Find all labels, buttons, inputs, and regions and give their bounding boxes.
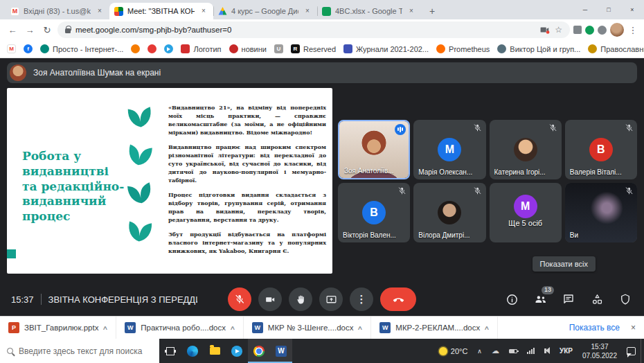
participant-tile-zoya[interactable]: Зоя Анатоліїв... xyxy=(338,120,410,179)
forward-icon[interactable]: → xyxy=(23,25,37,35)
taskbar-clock[interactable]: 15:37 07.05.2022 xyxy=(578,339,622,363)
presentation-tile[interactable]: Робота у видавництві та редакційно-видав… xyxy=(7,88,332,274)
bookmark-zhurnaly[interactable]: Журнали 2021-202... xyxy=(343,44,429,53)
tab-drive[interactable]: 4 курс – Google Диск × xyxy=(213,3,317,19)
meeting-details-button[interactable] xyxy=(504,292,519,307)
bookmark-telegram-icon[interactable] xyxy=(164,44,173,53)
chat-button[interactable] xyxy=(561,292,576,307)
bookmark-reserved[interactable]: RReserved xyxy=(291,44,336,53)
download-item[interactable]: W МКР № 3-Шенге....docx ∧ xyxy=(244,317,371,339)
weather-widget[interactable]: 20°C xyxy=(434,339,473,363)
refresh-icon[interactable]: ↻ xyxy=(40,25,54,35)
tab-close-icon[interactable]: × xyxy=(406,6,416,16)
url-text[interactable]: meet.google.com/smg-phjb-byb?authuser=0 xyxy=(75,26,535,34)
profile-avatar[interactable] xyxy=(610,23,624,37)
file-explorer-button[interactable] xyxy=(204,339,226,363)
bookmark-facebook-icon[interactable]: f xyxy=(24,44,33,53)
task-view-icon xyxy=(166,347,175,355)
end-call-button[interactable] xyxy=(380,287,416,311)
present-screen-button[interactable] xyxy=(319,287,343,311)
screen: M Вхідні (83) - t.us@kubg.edu.ua × Meet:… xyxy=(0,0,644,363)
network-icon[interactable] xyxy=(522,339,539,363)
clock-date: 07.05.2022 xyxy=(582,351,617,360)
bookmark-pravoslavnye[interactable]: Православные зна... xyxy=(588,44,644,53)
tab-close-icon[interactable]: × xyxy=(95,6,105,16)
search-input[interactable] xyxy=(19,346,152,356)
participant-tile-maria[interactable]: M Марія Олексан... xyxy=(413,120,485,179)
edge-taskbar-button[interactable] xyxy=(181,339,204,363)
onedrive-cloud-icon[interactable]: ☁ xyxy=(487,339,504,363)
tab-meet[interactable]: Meet: "ЗВІТНА КОНФЕРЕНЦІ × xyxy=(109,3,213,19)
bookmark-logotip[interactable]: Логотип xyxy=(181,44,221,53)
browser-menu-icon[interactable]: ⋮ xyxy=(627,25,638,35)
download-menu-caret-icon[interactable]: ∧ xyxy=(230,325,236,331)
language-indicator[interactable]: УКР xyxy=(555,339,578,363)
extension-icon[interactable] xyxy=(598,26,607,35)
tab-sheets[interactable]: 4BC.xlsx - Google Таблиці × xyxy=(317,3,421,19)
participant-tile-valeriia[interactable]: B Валерія Віталі... xyxy=(565,120,637,179)
participant-tile-you[interactable]: Ви xyxy=(565,183,637,242)
hidden-icons-chevron[interactable]: ∧ xyxy=(472,339,487,363)
download-item[interactable]: W МКР-2-РЕКЛАМ....docx ∧ xyxy=(371,317,498,339)
download-menu-caret-icon[interactable]: ∧ xyxy=(357,325,364,331)
download-item[interactable]: W Практична робо....docx ∧ xyxy=(116,317,244,339)
participant-tile-viktoriia[interactable]: B Вікторія Вален... xyxy=(338,183,410,242)
minimize-button[interactable]: ─ xyxy=(573,0,597,19)
download-menu-caret-icon[interactable]: ∧ xyxy=(484,325,490,331)
system-tray: 20°C ∧ ☁ УКР 15:37 07.05.2022 xyxy=(434,339,644,363)
word-taskbar-button[interactable]: W xyxy=(270,339,292,363)
host-controls-button[interactable] xyxy=(618,292,633,307)
bookmark-gmail-icon[interactable]: M xyxy=(7,44,16,53)
show-everyone-tooltip: Показати всіх xyxy=(533,256,596,272)
action-center-button[interactable] xyxy=(622,339,641,363)
extensions-puzzle-icon[interactable] xyxy=(573,26,582,34)
tab-close-icon[interactable]: × xyxy=(199,6,208,16)
address-bar[interactable]: meet.google.com/smg-phjb-byb?authuser=0 … xyxy=(57,21,570,38)
lock-icon[interactable] xyxy=(65,28,71,33)
edge-icon xyxy=(187,346,198,357)
bookmark-ukrnet-icon[interactable]: U xyxy=(274,44,283,53)
back-icon[interactable]: ← xyxy=(6,25,19,35)
task-view-button[interactable] xyxy=(159,339,181,363)
camera-button[interactable] xyxy=(258,287,282,311)
site-icon xyxy=(588,44,597,53)
mic-off-icon xyxy=(623,186,634,197)
site-icon xyxy=(181,44,190,53)
download-menu-caret-icon[interactable]: ∧ xyxy=(102,325,109,331)
participants-grid: Зоя Анатоліїв... M Марія Олексан... Кате… xyxy=(338,120,637,242)
more-options-button[interactable]: ⋮ xyxy=(350,287,373,311)
raise-hand-button[interactable] xyxy=(289,287,312,311)
bookmark-prosto[interactable]: Просто - Інтернет-... xyxy=(40,44,123,53)
bookmark-prometheus[interactable]: Prometheus xyxy=(436,44,490,53)
maximize-button[interactable]: □ xyxy=(597,0,620,19)
chrome-taskbar-button[interactable] xyxy=(248,339,270,363)
bookmark-orange-icon[interactable] xyxy=(131,44,140,53)
taskbar-search[interactable] xyxy=(0,339,159,363)
mic-mute-button[interactable] xyxy=(228,287,251,311)
powerpoint-file-icon: P xyxy=(8,322,19,333)
extension-icon[interactable] xyxy=(585,26,594,35)
participant-tile-vilora[interactable]: Вілора Дмитрі... xyxy=(413,183,485,242)
participant-tile-kateryna[interactable]: Катерина Ігорі... xyxy=(490,120,562,179)
window-close-button[interactable]: × xyxy=(620,0,644,19)
show-all-downloads-link[interactable]: Показать все xyxy=(569,323,620,333)
activities-button[interactable] xyxy=(589,292,605,307)
bookmark-star-icon[interactable]: ☆ xyxy=(555,25,562,35)
show-desktop-button[interactable] xyxy=(641,339,644,363)
downloads-bar-close-icon[interactable]: × xyxy=(631,323,636,333)
battery-icon[interactable] xyxy=(504,339,522,363)
tab-inbox[interactable]: M Вхідні (83) - t.us@kubg.edu.ua × xyxy=(6,3,109,19)
participant-tile-overflow[interactable]: M Ще 5 осіб xyxy=(490,183,562,242)
temperature-text: 20°C xyxy=(451,347,468,355)
tab-close-icon[interactable]: × xyxy=(303,6,312,16)
volume-icon[interactable] xyxy=(539,339,555,363)
bookmark-novyny[interactable]: новини xyxy=(229,44,267,53)
participants-button[interactable]: 13 xyxy=(533,292,548,307)
download-item[interactable]: P ЗВІТ_Гаврилюк.pptx ∧ xyxy=(0,317,116,339)
bookmark-red-icon[interactable] xyxy=(147,44,156,53)
new-tab-button[interactable]: + xyxy=(424,3,440,19)
action-center-icon xyxy=(627,347,636,355)
bookmark-tsoy[interactable]: Виктор Цой и груп... xyxy=(497,44,580,53)
telegram-taskbar-button[interactable] xyxy=(226,339,248,363)
camera-in-use-icon[interactable] xyxy=(540,26,550,34)
